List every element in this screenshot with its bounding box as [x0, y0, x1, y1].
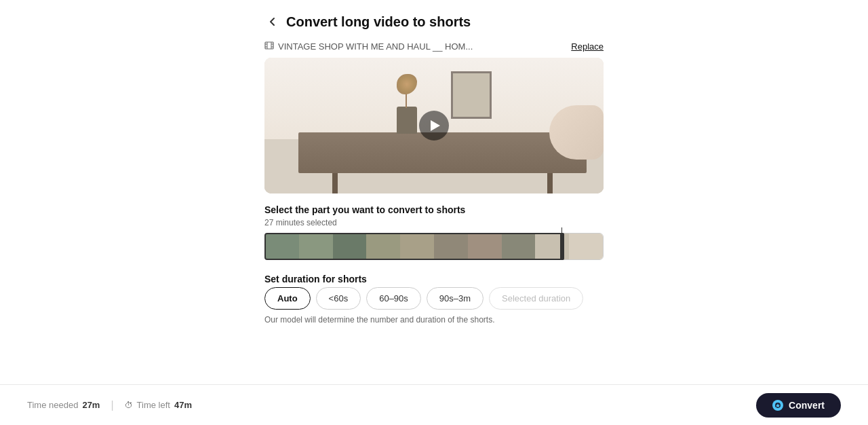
- time-left-label: Time left: [137, 400, 170, 410]
- time-left-value: 47m: [174, 400, 192, 410]
- video-preview: [264, 58, 604, 193]
- time-left-item: ⏱ Time left 47m: [125, 400, 192, 410]
- bottom-info: Time needed 27m | ⏱ Time left 47m: [27, 399, 192, 411]
- info-divider: |: [111, 399, 113, 411]
- duration-btn-auto[interactable]: Auto: [264, 287, 311, 310]
- timeline-frame: [400, 234, 434, 259]
- svg-rect-0: [265, 42, 273, 49]
- convert-label: Convert: [789, 400, 825, 411]
- timeline-frame: [265, 234, 299, 259]
- timeline-strip[interactable]: [264, 233, 604, 260]
- duration-btn-90-3m[interactable]: 90s–3m: [427, 287, 484, 310]
- timeline-section: Select the part you want to convert to s…: [264, 204, 604, 260]
- duration-btn-selected: Selected duration: [489, 287, 583, 310]
- timeline-frame: [299, 234, 333, 259]
- back-button[interactable]: [264, 14, 281, 30]
- timeline-right-handle[interactable]: [560, 233, 564, 260]
- timeline-sublabel: 27 minutes selected: [264, 218, 604, 227]
- duration-btn-60s[interactable]: <60s: [316, 287, 361, 310]
- spark-icon: [772, 400, 783, 411]
- page-title: Convert long video to shorts: [286, 14, 471, 30]
- auto-note: Our model will determine the number and …: [264, 315, 604, 325]
- timeline-label: Select the part you want to convert to s…: [264, 204, 604, 215]
- timeline-frame: [569, 234, 603, 259]
- duration-label: Set duration for shorts: [264, 274, 604, 284]
- timeline-frame: [434, 234, 468, 259]
- convert-button[interactable]: Convert: [756, 393, 841, 418]
- timeline-frame: [333, 234, 367, 259]
- replace-button[interactable]: Replace: [571, 41, 604, 52]
- time-needed-value: 27m: [82, 400, 100, 410]
- play-button[interactable]: [419, 111, 449, 141]
- duration-btn-60-90s[interactable]: 60–90s: [366, 287, 421, 310]
- bottom-bar: Time needed 27m | ⏱ Time left 47m Conver…: [0, 384, 868, 425]
- video-filename-row: VINTAGE SHOP WITH ME AND HAUL __ HOM... …: [264, 41, 604, 52]
- clock-icon: ⏱: [125, 401, 133, 410]
- video-filename-text: VINTAGE SHOP WITH ME AND HAUL __ HOM...: [278, 41, 473, 52]
- timeline-frame: [502, 234, 536, 259]
- timeline-frame: [468, 234, 502, 259]
- duration-buttons: Auto <60s 60–90s 90s–3m Selected duratio…: [264, 287, 604, 310]
- film-icon: [264, 41, 274, 52]
- time-needed-label: Time needed: [27, 400, 78, 410]
- timeline-frame: [366, 234, 400, 259]
- duration-section: Set duration for shorts Auto <60s 60–90s…: [264, 274, 604, 325]
- time-needed-item: Time needed 27m: [27, 400, 100, 410]
